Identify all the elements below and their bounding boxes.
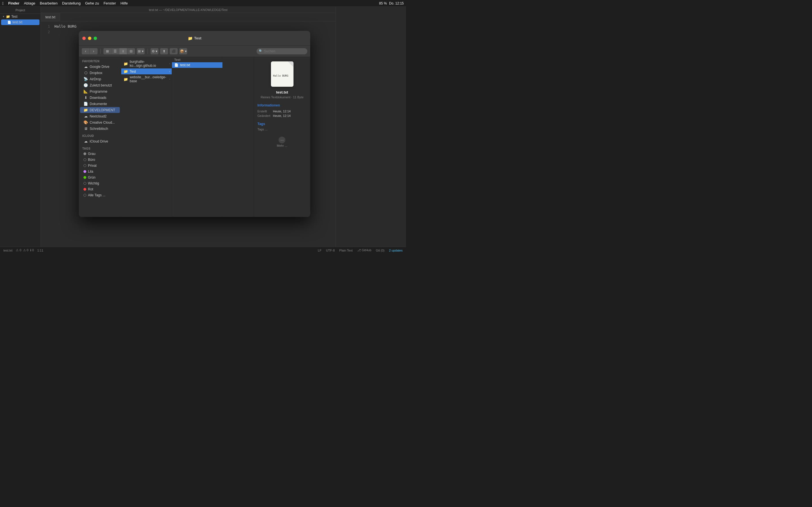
development-icon: 📁 xyxy=(84,108,88,112)
preview-info-title: Informationen xyxy=(257,103,280,107)
more-dots-icon: ··· xyxy=(278,136,285,144)
view-group-button[interactable]: ⊞ ▾ xyxy=(137,48,145,54)
sidebar-tag-buero[interactable]: Büro xyxy=(80,157,120,163)
sidebar-item-applications[interactable]: 📐 Programme xyxy=(80,89,120,94)
preview-file-thumbnail: Hallo BURG xyxy=(271,61,294,87)
preview-value-erstellt: Heute, 12:14 xyxy=(273,110,307,113)
sidebar-tag-lila[interactable]: Lila xyxy=(80,169,120,174)
preview-value-geaendert: Heute, 12:14 xyxy=(273,114,307,117)
sidebar-item-documents[interactable]: 📄 Dokumente xyxy=(80,101,120,107)
documents-label: Dokumente xyxy=(90,102,107,106)
icloud-drive-icon: ☁ xyxy=(84,139,88,144)
column-header-2: Test xyxy=(172,57,222,62)
column-item-burghalle[interactable]: 📁 burghalle-ko...sign.github.io › xyxy=(121,59,172,68)
applications-icon: 📐 xyxy=(84,89,88,94)
action-button[interactable]: ⚙ ▾ xyxy=(151,48,158,54)
sidebar-item-downloads[interactable]: ⬇ Downloads xyxy=(80,95,120,101)
sidebar-tag-privat[interactable]: Privat xyxy=(80,163,120,168)
sidebar-item-dropbox[interactable]: ⬡ Dropbox xyxy=(80,70,120,76)
column-item-website[interactable]: 📁 website__bur...owledge-base › xyxy=(121,74,172,84)
view-gallery-button[interactable]: ⊟ xyxy=(127,48,135,54)
language: Plain Text xyxy=(339,249,353,252)
minimize-button[interactable] xyxy=(88,37,91,40)
maximize-button[interactable] xyxy=(94,37,97,40)
col-item-label-3: website__bur...owledge-base xyxy=(130,75,169,83)
menubar-right: 85 % Do. 12:15 xyxy=(379,1,404,5)
tab-label: test.txt xyxy=(45,15,55,19)
updates-badge[interactable]: 2 updates xyxy=(389,249,403,252)
sidebar-item-recent[interactable]: 🕐 Zuletzt benutzt xyxy=(80,82,120,88)
menu-darstellung[interactable]: Darstellung xyxy=(62,1,81,5)
col-chevron-1: › xyxy=(169,62,170,65)
menu-gehe-zu[interactable]: Gehe zu xyxy=(85,1,99,5)
more-label: Mehr ... xyxy=(277,144,287,147)
share-button[interactable]: ⬆ xyxy=(160,48,168,54)
sidebar-item-nextcloud[interactable]: ☁ Nextcloud2 xyxy=(80,113,120,119)
sidebar-tag-rot[interactable]: Rot xyxy=(80,186,120,192)
tag-dot-lila xyxy=(84,170,86,173)
menu-bearbeiten[interactable]: Bearbeiten xyxy=(40,1,57,5)
sidebar-item-development[interactable]: 📁 DEVELOPMENT xyxy=(80,107,120,113)
preview-tags-section: Tags Tags ... xyxy=(257,122,307,131)
preview-file-content: Hallo BURG xyxy=(271,69,294,79)
statusbar-filename: test.txt xyxy=(3,249,12,252)
desktop-icon: 🖥 xyxy=(84,126,88,131)
view-list-button[interactable]: ☰ xyxy=(111,48,119,54)
recent-label: Zuletzt benutzt xyxy=(90,83,112,87)
dropbox-button[interactable]: 📦 ▾ xyxy=(179,48,187,54)
menu-ablage[interactable]: Ablage xyxy=(24,1,35,5)
nav-buttons: ‹ › xyxy=(82,48,98,54)
column-item-test[interactable]: 📁 Test › xyxy=(121,68,172,74)
sidebar-item-creative-cloud[interactable]: 🎨 Creative Cloud... xyxy=(80,119,120,125)
search-bar[interactable]: 🔍 xyxy=(257,48,307,54)
tag-label-grau: Grau xyxy=(88,152,96,156)
sidebar-title: Project xyxy=(0,7,41,14)
column-item-test-txt[interactable]: 📄 test.txt xyxy=(172,62,222,68)
sidebar-item-google-drive[interactable]: ☁ Google Drive xyxy=(80,64,120,69)
git-label[interactable]: ⎇ GitHub xyxy=(357,248,371,252)
tag-label-wichtig: Wichtig xyxy=(88,181,99,185)
menu-finder[interactable]: Finder xyxy=(8,1,19,5)
tag-dot-wichtig xyxy=(84,182,86,185)
preview-meta-erstellt: Erstellt Heute, 12:14 xyxy=(257,110,307,113)
preview-tags-input[interactable]: Tags ... xyxy=(257,128,307,131)
sidebar-section-icloud: iCloud ☁ iCloud Drive xyxy=(79,134,121,144)
back-button[interactable]: ‹ xyxy=(82,48,90,54)
sidebar-tag-gruen[interactable]: Grün xyxy=(80,175,120,180)
more-button[interactable]: ··· Mehr ... xyxy=(277,136,287,147)
col-chevron-2: › xyxy=(169,70,170,73)
sidebar-file-test-txt[interactable]: 📄 test.txt xyxy=(1,19,40,25)
recent-icon: 🕐 xyxy=(84,83,88,87)
file-icon: 📄 xyxy=(7,20,11,24)
sidebar-item-airdrop[interactable]: 📡 AirDrop xyxy=(80,76,120,82)
view-column-button[interactable]: ⫴ xyxy=(119,48,127,54)
forward-button[interactable]: › xyxy=(90,48,98,54)
menu-hilfe[interactable]: Hilfe xyxy=(120,1,128,5)
sidebar-item-icloud-drive[interactable]: ☁ iCloud Drive xyxy=(80,138,120,144)
preview-label-erstellt: Erstellt xyxy=(257,110,273,113)
tag-button[interactable]: ⬛ xyxy=(170,48,177,54)
column-development: 📁 burghalle-ko...sign.github.io › 📁 Test… xyxy=(121,57,172,217)
sidebar-tag-all[interactable]: Alle Tags ... xyxy=(80,192,120,198)
sidebar-tag-wichtig[interactable]: Wichtig xyxy=(80,180,120,186)
tag-label-buero: Büro xyxy=(88,158,95,162)
search-input[interactable] xyxy=(264,49,305,53)
view-icon-button[interactable]: ⊞ xyxy=(103,48,111,54)
sidebar-item-desktop[interactable]: 🖥 Schreibtisch xyxy=(80,126,120,131)
downloads-icon: ⬇ xyxy=(84,96,88,100)
col-item-label-2: Test xyxy=(130,69,136,73)
encoding: LF xyxy=(318,249,321,252)
menu-fenster[interactable]: Fenster xyxy=(103,1,116,5)
editor-tab-test-txt[interactable]: test.txt xyxy=(41,13,60,21)
apple-menu[interactable]:  xyxy=(2,1,4,6)
finder-titlebar: 📁 Test xyxy=(79,31,310,46)
tag-dot-all xyxy=(84,194,86,196)
statusbar-left: test.txt ⚠ 0 ⚠ 0 ℹ 0 1:11 xyxy=(3,248,43,252)
sidebar-heading-icloud: iCloud xyxy=(79,134,121,138)
line-num-2: 2 xyxy=(43,29,50,35)
tag-label-privat: Privat xyxy=(88,164,97,168)
google-drive-label: Google Drive xyxy=(90,65,109,69)
sidebar-folder-test[interactable]: ▼ 📁 Test xyxy=(0,14,41,19)
sidebar-tag-grau[interactable]: Grau xyxy=(80,151,120,157)
close-button[interactable] xyxy=(82,37,86,40)
